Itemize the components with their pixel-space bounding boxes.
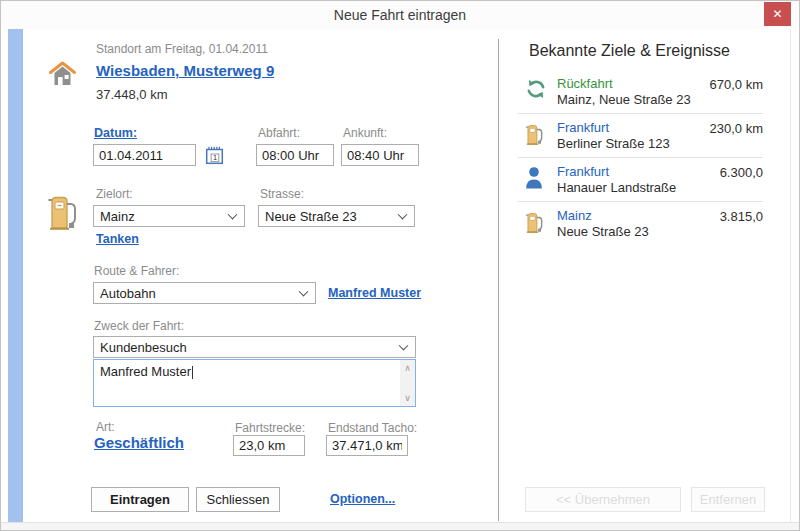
fuel-pump-icon bbox=[47, 194, 79, 235]
fuel-icon bbox=[518, 120, 557, 147]
zweck-label: Zweck der Fahrt: bbox=[94, 319, 184, 333]
fahrtstrecke-input[interactable] bbox=[233, 435, 305, 456]
list-item-frankfurt-tanken[interactable]: Frankfurt Berliner Straße 123 230,0 km bbox=[518, 114, 763, 158]
datum-input[interactable] bbox=[93, 144, 196, 166]
art-link[interactable]: Geschäftlich bbox=[94, 434, 184, 451]
list-item-subtitle: Berliner Straße 123 bbox=[557, 136, 710, 151]
list-item-mainz-tanken[interactable]: Mainz Neue Straße 23 3.815,0 bbox=[518, 202, 763, 245]
chevron-down-icon bbox=[228, 210, 238, 220]
tanken-link[interactable]: Tanken bbox=[96, 232, 139, 246]
list-item-value: 6.300,0 bbox=[720, 164, 763, 180]
list-item-subtitle: Mainz, Neue Straße 23 bbox=[557, 92, 710, 107]
home-icon bbox=[48, 60, 77, 91]
accent-bar bbox=[8, 29, 23, 523]
list-item-title: Frankfurt bbox=[557, 120, 710, 135]
window-frame-right bbox=[790, 29, 799, 522]
abfahrt-input[interactable] bbox=[256, 144, 334, 166]
list-item-title: Rückfahrt bbox=[557, 76, 710, 91]
list-item-value: 230,0 km bbox=[710, 120, 763, 136]
close-icon: ✕ bbox=[772, 7, 782, 21]
list-item-rueckfahrt[interactable]: Rückfahrt Mainz, Neue Straße 23 670,0 km bbox=[518, 70, 763, 114]
standort-link[interactable]: Wiesbaden, Musterweg 9 bbox=[96, 62, 274, 79]
dialog-neue-fahrt: Neue Fahrt eintragen ✕ Standort am Freit… bbox=[0, 0, 800, 531]
art-label: Art: bbox=[96, 420, 115, 434]
notes-scrollbar[interactable]: ∧ ∨ bbox=[400, 360, 415, 406]
entfernen-button[interactable]: Entfernen bbox=[691, 487, 765, 512]
calendar-icon[interactable]: 1 bbox=[205, 146, 224, 169]
list-item-title: Frankfurt bbox=[557, 164, 720, 179]
standort-odometer: 37.448,0 km bbox=[96, 87, 168, 102]
standort-label: Standort am Freitag, 01.04.2011 bbox=[96, 42, 268, 56]
strasse-select[interactable]: Neue Straße 23 bbox=[258, 205, 415, 227]
title-bar: Neue Fahrt eintragen bbox=[1, 1, 799, 29]
list-item-value: 670,0 km bbox=[710, 76, 763, 92]
uebernehmen-button[interactable]: << Übernehmen bbox=[525, 487, 681, 512]
fahrtstrecke-label: Fahrtstrecke: bbox=[235, 421, 305, 435]
zielort-select[interactable]: Mainz bbox=[93, 205, 245, 227]
panel-title: Bekannte Ziele & Ereignisse bbox=[529, 42, 730, 60]
chevron-down-icon bbox=[299, 287, 309, 297]
chevron-down-icon bbox=[399, 341, 409, 351]
strasse-label: Strasse: bbox=[260, 187, 304, 201]
zweck-select[interactable]: Kundenbesuch bbox=[93, 336, 416, 358]
known-destinations-list: Rückfahrt Mainz, Neue Straße 23 670,0 km… bbox=[518, 70, 763, 245]
datum-label-link[interactable]: Datum: bbox=[94, 126, 137, 140]
abfahrt-label: Abfahrt: bbox=[258, 126, 300, 140]
chevron-down-icon bbox=[398, 210, 408, 220]
recycle-icon bbox=[518, 76, 557, 100]
zielort-label: Zielort: bbox=[96, 187, 133, 201]
person-icon bbox=[518, 164, 557, 189]
close-button[interactable]: ✕ bbox=[764, 2, 791, 26]
notes-textarea[interactable]: Manfred Muster ∧ ∨ bbox=[93, 359, 416, 407]
svg-text:1: 1 bbox=[213, 153, 217, 162]
route-fahrer-label: Route & Fahrer: bbox=[94, 264, 179, 278]
endstand-label: Endstand Tacho: bbox=[328, 421, 417, 435]
ankunft-input[interactable] bbox=[341, 144, 419, 166]
fahrer-link[interactable]: Manfred Muster bbox=[328, 286, 421, 300]
ankunft-label: Ankunft: bbox=[343, 126, 387, 140]
schliessen-button[interactable]: Schliessen bbox=[196, 487, 280, 512]
scroll-down-icon[interactable]: ∨ bbox=[400, 393, 415, 403]
list-item-title: Mainz bbox=[557, 208, 720, 223]
list-item-value: 3.815,0 bbox=[720, 208, 763, 224]
endstand-input[interactable] bbox=[326, 435, 408, 456]
route-select[interactable]: Autobahn bbox=[93, 282, 316, 304]
list-item-frankfurt-kontakt[interactable]: Frankfurt Hanauer Landstraße 6.300,0 bbox=[518, 158, 763, 202]
list-item-subtitle: Hanauer Landstraße bbox=[557, 180, 720, 195]
list-item-subtitle: Neue Straße 23 bbox=[557, 224, 720, 239]
panel-divider bbox=[498, 39, 499, 521]
window-frame-bottom bbox=[1, 522, 799, 530]
fuel-icon bbox=[518, 208, 557, 235]
scroll-up-icon[interactable]: ∧ bbox=[400, 363, 415, 373]
eintragen-button[interactable]: Eintragen bbox=[91, 487, 189, 512]
dialog-title: Neue Fahrt eintragen bbox=[1, 7, 799, 23]
optionen-link[interactable]: Optionen... bbox=[330, 492, 395, 506]
notes-text: Manfred Muster bbox=[100, 364, 193, 379]
